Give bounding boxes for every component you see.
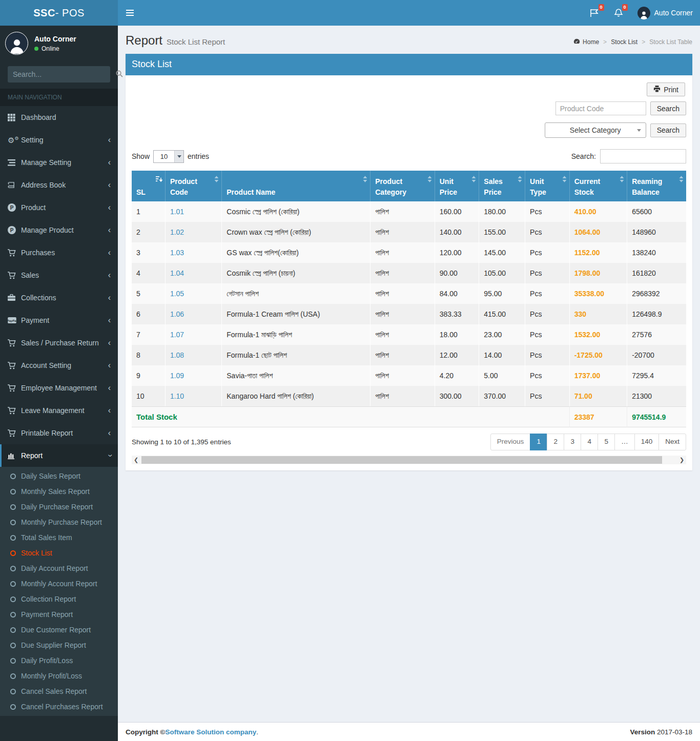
cell-unit-price: 140.00 bbox=[435, 222, 479, 242]
sidebar-item-sales[interactable]: Sales‹ bbox=[0, 264, 118, 286]
sidebar-item-employee-management[interactable]: Employee Management‹ bbox=[0, 377, 118, 399]
sidebar-subitem-monthly-profit-loss[interactable]: Monthly Profit/Loss bbox=[0, 668, 118, 684]
sidebar-subitem-monthly-purchase-report[interactable]: Monthly Purchase Report bbox=[0, 514, 118, 530]
sidebar-search-input[interactable] bbox=[8, 66, 111, 83]
product-code-link[interactable]: 1.09 bbox=[170, 372, 184, 380]
cell-product-code: 1.03 bbox=[165, 242, 221, 263]
column-header-unit-price[interactable]: Unit Price bbox=[435, 171, 479, 201]
sidebar-subitem-payment-report[interactable]: Payment Report bbox=[0, 607, 118, 622]
page-button-1[interactable]: 1 bbox=[530, 434, 547, 450]
scroll-right-icon[interactable]: ❯ bbox=[677, 456, 686, 464]
page-length-select[interactable]: 10 bbox=[153, 150, 184, 163]
page-button-3[interactable]: 3 bbox=[564, 434, 581, 450]
sidebar-toggle-button[interactable] bbox=[118, 0, 141, 26]
product-code-link[interactable]: 1.10 bbox=[170, 392, 184, 400]
chevron-left-icon: ‹ bbox=[108, 316, 111, 324]
product-code-link[interactable]: 1.04 bbox=[170, 269, 184, 277]
page-button-previous[interactable]: Previous bbox=[490, 434, 531, 450]
product-code-input[interactable] bbox=[555, 101, 646, 115]
scrollbar-thumb[interactable] bbox=[141, 456, 662, 464]
sidebar-subitem-daily-account-report[interactable]: Daily Account Report bbox=[0, 561, 118, 576]
company-link[interactable]: Software Solution company bbox=[165, 728, 256, 736]
sidebar-item-manage-setting[interactable]: Manage Setting‹ bbox=[0, 151, 118, 174]
cell-sales-price: 14.00 bbox=[479, 345, 525, 365]
page-button-140[interactable]: 140 bbox=[634, 434, 660, 450]
cell-sales-price: 180.00 bbox=[479, 201, 525, 222]
product-code-link[interactable]: 1.06 bbox=[170, 310, 184, 318]
column-header-product-category[interactable]: Product Category bbox=[370, 171, 435, 201]
sidebar-item-label: Account Setting bbox=[21, 361, 108, 369]
submenu-label: Monthly Sales Report bbox=[21, 487, 90, 496]
sidebar-user-status[interactable]: Online bbox=[34, 45, 76, 52]
sidebar-subitem-monthly-sales-report[interactable]: Monthly Sales Report bbox=[0, 484, 118, 499]
column-header-current-stock[interactable]: Current Stock bbox=[569, 171, 627, 201]
sidebar-item-sales-purchase-return[interactable]: Sales / Purchase Return‹ bbox=[0, 332, 118, 354]
sidebar-subitem-daily-purchase-report[interactable]: Daily Purchase Report bbox=[0, 499, 118, 514]
user-menu-button[interactable]: Auto Corner bbox=[630, 0, 700, 26]
cart-icon bbox=[8, 249, 21, 257]
column-header-sales-price[interactable]: Sales Price bbox=[479, 171, 525, 201]
cell-reaming-balance: 138240 bbox=[627, 242, 686, 263]
column-header-product-code[interactable]: Product Code bbox=[165, 171, 221, 201]
sidebar-subitem-due-customer-report[interactable]: Due Customer Report bbox=[0, 622, 118, 637]
table-search-input[interactable] bbox=[600, 149, 686, 163]
scrollbar-track[interactable] bbox=[140, 456, 677, 464]
sidebar-item-setting[interactable]: ⚙⚙Setting‹ bbox=[0, 129, 118, 151]
cell-current-stock: 1798.00 bbox=[569, 263, 627, 283]
sidebar-item-address-book[interactable]: Address Book‹ bbox=[0, 174, 118, 196]
sidebar-subitem-daily-sales-report[interactable]: Daily Sales Report bbox=[0, 468, 118, 484]
product-code-link[interactable]: 1.08 bbox=[170, 351, 184, 359]
breadcrumb-stock-list[interactable]: Stock List bbox=[611, 38, 637, 46]
sidebar-subitem-due-supplier-report[interactable]: Due Supplier Report bbox=[0, 637, 118, 653]
category-search-button[interactable]: Search bbox=[650, 123, 686, 137]
sidebar-subitem-stock-list[interactable]: Stock List bbox=[0, 545, 118, 561]
column-header-unit-type[interactable]: Unit Type bbox=[525, 171, 569, 201]
page-button-[interactable]: … bbox=[614, 434, 635, 450]
brand-logo[interactable]: SSC - POS bbox=[0, 0, 118, 26]
sidebar-subitem-monthly-account-report[interactable]: Monthly Account Report bbox=[0, 576, 118, 591]
flag-menu-button[interactable]: 0 bbox=[583, 0, 607, 26]
sidebar-subitem-daily-profit-loss[interactable]: Daily Profit/Loss bbox=[0, 653, 118, 668]
column-header-product-name[interactable]: Product Name bbox=[221, 171, 370, 201]
page-button-2[interactable]: 2 bbox=[547, 434, 564, 450]
sidebar-subitem-cancel-sales-report[interactable]: Cancel Sales Report bbox=[0, 684, 118, 699]
sidebar-item-manage-product[interactable]: PManage Product‹ bbox=[0, 219, 118, 241]
sidebar-subitem-collection-report[interactable]: Collection Report bbox=[0, 591, 118, 607]
column-header-sl[interactable]: SL bbox=[132, 171, 165, 201]
product-code-search-row: Search bbox=[132, 101, 686, 115]
sidebar-item-product[interactable]: PProduct‹ bbox=[0, 196, 118, 219]
column-header-reaming-balance[interactable]: Reaming Balance bbox=[627, 171, 686, 201]
cell-unit-type: Pcs bbox=[525, 263, 569, 283]
sidebar-item-collections[interactable]: Collections‹ bbox=[0, 286, 118, 309]
notifications-button[interactable]: 0 bbox=[607, 0, 630, 26]
product-code-link[interactable]: 1.01 bbox=[170, 208, 184, 216]
cell-product-name: Kangaroo Hard পালিশ (কোরিয়া) bbox=[221, 386, 370, 406]
page-button-next[interactable]: Next bbox=[658, 434, 686, 450]
sidebar-subitem-cancel-purchases-report[interactable]: Cancel Purchases Report bbox=[0, 699, 118, 714]
sidebar-item-report[interactable]: Report‹ bbox=[0, 444, 118, 467]
tachometer-icon bbox=[573, 38, 580, 46]
product-code-link[interactable]: 1.07 bbox=[170, 331, 184, 339]
sidebar-search-button[interactable] bbox=[111, 66, 128, 83]
horizontal-scrollbar[interactable]: ❮ ❯ bbox=[132, 456, 686, 464]
sidebar-item-payment[interactable]: PayPalPayment‹ bbox=[0, 309, 118, 332]
sidebar-item-dashboard[interactable]: Dashboard bbox=[0, 106, 118, 129]
product-code-link[interactable]: 1.02 bbox=[170, 228, 184, 236]
category-select[interactable]: Select Category bbox=[545, 122, 646, 138]
sidebar-subitem-total-sales-item[interactable]: Total Sales Item bbox=[0, 530, 118, 545]
page-button-5[interactable]: 5 bbox=[598, 434, 615, 450]
print-button[interactable]: Print bbox=[647, 83, 685, 96]
sidebar-item-leave-management[interactable]: Leave Management‹ bbox=[0, 399, 118, 422]
breadcrumb-home[interactable]: Home bbox=[573, 38, 599, 46]
sidebar-item-purchases[interactable]: Purchases‹ bbox=[0, 241, 118, 264]
sidebar-item-printable-report[interactable]: Printable Report‹ bbox=[0, 422, 118, 444]
page-button-4[interactable]: 4 bbox=[581, 434, 598, 450]
cell-product-name: Formula-1 Cream পালিশ (USA) bbox=[221, 304, 370, 324]
product-code-search-button[interactable]: Search bbox=[650, 101, 686, 115]
scroll-left-icon[interactable]: ❮ bbox=[132, 456, 140, 464]
product-code-link[interactable]: 1.05 bbox=[170, 290, 184, 298]
product-code-link[interactable]: 1.03 bbox=[170, 249, 184, 257]
chevron-left-icon: ‹ bbox=[108, 181, 111, 189]
cell-unit-price: 120.00 bbox=[435, 242, 479, 263]
sidebar-item-account-setting[interactable]: Account Setting‹ bbox=[0, 354, 118, 377]
